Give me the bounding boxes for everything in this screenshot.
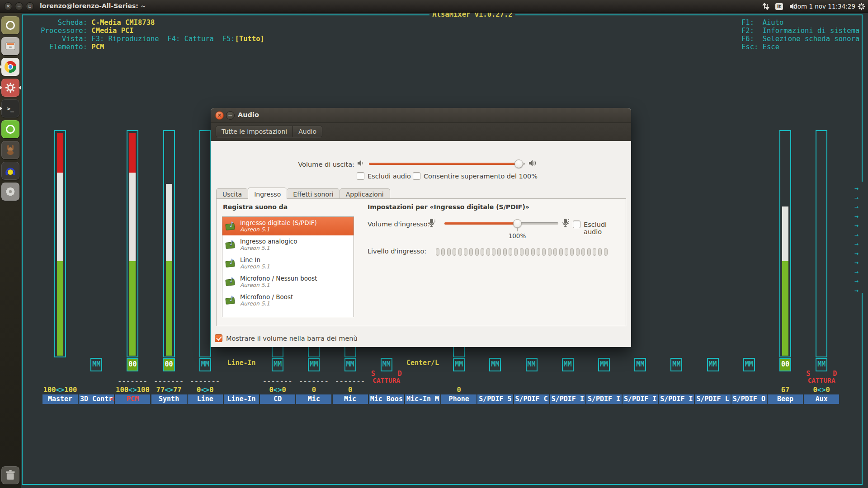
sound-card-icon: ♪ [225,295,237,306]
record-source-item[interactable]: ♪Microfono / Nessun boostAureon 5.1 [222,272,354,291]
over-100-label: Consentire superamento del 100% [424,173,538,180]
level-meter-segment [576,248,580,256]
selected-channel-left-arrow: < [110,394,114,404]
channel-synth-switch: 00 [163,358,175,371]
channel-cd-label: CD [260,394,295,404]
mute-input-checkbox[interactable] [573,221,580,228]
channel-aux-switch: MM [816,358,827,371]
launcher: >_ [0,13,21,488]
launcher-item-dash-home[interactable] [1,16,19,34]
level-meter-segment [509,248,512,256]
source-name: Ingresso digitale (S/PDIF) [240,220,317,226]
level-meter-segment [565,248,568,256]
all-settings-button[interactable]: Tutte le impostazioni [216,126,292,137]
focused-indicator [19,86,21,89]
input-level-label: Livello d'ingresso: [368,248,426,255]
channel-mic-1-label: Mic [296,394,331,404]
mic-low-icon [428,218,436,230]
sound-card-icon: ♪ [225,258,237,269]
source-name: Ingresso analogico [240,238,297,245]
launcher-item-terminal[interactable]: >_ [1,99,19,117]
launcher-item-trash[interactable] [1,466,19,484]
more-channels-arrow-icon: → [854,286,859,295]
channel-spdif-i-1-label: S/PDIF I [550,394,585,404]
terminal-icon: >_ [7,105,14,112]
channel-3d-control-switch: MM [90,358,102,371]
close-icon[interactable]: ✕ [215,111,224,120]
channel-mic-boost-switch: MM [381,358,392,371]
headphones-icon [5,165,16,177]
launcher-item-file-manager[interactable] [1,37,19,55]
channel-mic-2-capture-dashes: ------- [335,378,366,385]
launcher-item-amule[interactable] [1,141,19,159]
channel-spdif-c-label: S/PDIF C [514,394,549,404]
record-source-item[interactable]: ♪Ingresso digitale (S/PDIF)Aureon 5.1 [222,217,354,235]
level-meter-segment [593,248,596,256]
level-meter-segment [553,248,557,256]
ubuntu-logo-icon [6,21,15,30]
channel-spdif-5-label: S/PDIF 5 [477,394,513,404]
launcher-item-audio-player[interactable] [1,162,19,180]
channel-spdif-i-4-switch: MM [670,358,682,371]
record-source-item[interactable]: ♪Microfono / BoostAureon 5.1 [222,291,354,310]
clock[interactable]: dom 1 nov 11:34:29 [793,2,855,11]
audio-dialog: ✕ − Audio Tutte le impostazioni Audio Vo… [211,108,631,347]
swap-arrows-icon[interactable] [762,2,769,11]
input-level-meter [436,247,617,256]
level-meter-segment [559,248,563,256]
launcher-item-software-center[interactable] [1,120,19,138]
level-meter-segment [587,248,591,256]
channel-synth-capture-dashes: ------- [153,378,185,385]
launcher-item-disk-utility[interactable] [1,183,19,201]
level-meter-segment [531,248,535,256]
channel-spdif-c-switch: MM [526,358,538,371]
source-name: Microfono / Boost [240,294,293,300]
level-meter-segment [464,248,467,256]
info-line: Vista: F3: Riproduzione F4: Cattura F5:[… [41,35,264,43]
level-meter-segment [525,248,529,256]
window-close-button[interactable]: × [4,2,12,10]
software-center-icon [6,125,15,134]
input-settings-title: Impostazioni per «Ingresso digitale (S/P… [368,203,529,211]
source-name: Line In [240,257,270,263]
level-meter-segment [481,248,484,256]
dialog-titlebar[interactable]: ✕ − Audio [211,108,631,123]
channel-mic-boost-capture-word: CATTURA [366,377,407,384]
channel-line-bar [199,130,211,357]
record-section-title: Registra suono da [223,203,288,211]
over-100-checkbox[interactable] [413,172,420,180]
source-device: Aureon 5.1 [240,263,270,270]
launcher-item-system-settings[interactable] [1,79,19,97]
channel-spdif-l-label: S/PDIF L [695,394,731,404]
audio-nav-button[interactable]: Audio [292,126,322,137]
launcher-item-chromium[interactable] [1,58,19,76]
source-text: Ingresso digitale (S/PDIF)Aureon 5.1 [240,220,317,233]
channel-beep-bar [779,130,791,357]
tab-panel: Registra suono da ♪Ingresso digitale (S/… [216,198,626,326]
channel-beep-bar-fill [782,206,788,356]
keyboard-layout-indicator[interactable]: It [775,2,783,11]
session-gear-icon[interactable] [858,2,865,11]
channel-master-bar-fill [57,133,63,356]
source-device: Aureon 5.1 [240,282,317,288]
channel-line-switch: MM [199,358,211,371]
tab-ingresso[interactable]: Ingresso [248,188,287,200]
show-volume-menubar-checkbox[interactable] [215,334,222,342]
channel-beep-label: Beep [768,394,803,404]
mute-output-checkbox[interactable] [357,172,364,180]
window-minimize-button[interactable]: − [15,2,23,10]
channel-mic-1-switch: MM [308,358,320,371]
level-meter-segment [570,248,574,256]
more-channels-arrow-icon: → [854,277,859,285]
level-meter-segment [604,248,608,256]
channel-mic-in-mode-enum-value: Center/L [402,359,443,367]
chromium-icon [5,61,16,73]
record-source-item[interactable]: ♪Line InAureon 5.1 [222,254,354,272]
window-restore-button[interactable]: ▫ [26,2,34,10]
more-channels-arrow-icon: → [854,240,859,248]
level-meter-segment [469,248,473,256]
record-source-item[interactable]: ♪Ingresso analogicoAureon 5.1 [222,235,354,254]
channel-phone-switch: MM [453,358,465,371]
input-volume-label: Volume d'ingresso: [368,221,430,228]
minimize-icon[interactable]: − [226,111,235,120]
